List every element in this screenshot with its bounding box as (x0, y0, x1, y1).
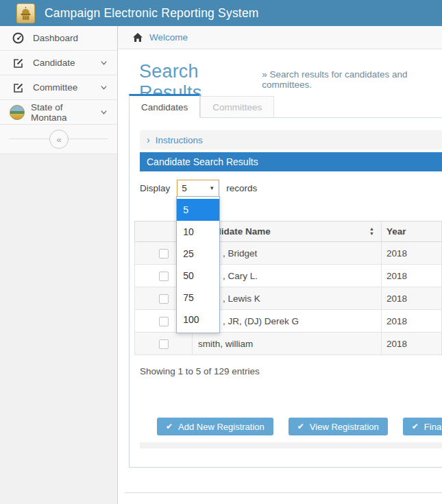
dropdown-option-100[interactable]: 100 (177, 309, 219, 331)
button-label: Add New Registration (178, 422, 265, 432)
breadcrumb-label: Welcome (149, 32, 188, 43)
records-select[interactable]: 5 ▼ (177, 180, 219, 197)
sidebar: Dashboard Candidate (0, 26, 118, 504)
sort-icon[interactable]: ▲ ▼ (369, 226, 374, 236)
main-content: Welcome Search Results » Search results … (118, 26, 442, 504)
button-label: Finance Reports (424, 422, 442, 432)
dropdown-option-5[interactable]: 5 (177, 199, 219, 221)
row-checkbox[interactable] (159, 249, 169, 259)
instructions-link[interactable]: Instructions (156, 135, 203, 145)
check-icon: ✔ (412, 422, 419, 431)
records-select-wrap: 5 ▼ 5 10 25 50 75 100 (177, 180, 219, 197)
tab-candidates[interactable]: Candidates (129, 94, 200, 118)
year-cell: 2018 (382, 310, 442, 333)
add-new-registration-button[interactable]: ✔ Add New Registration (157, 418, 273, 435)
gauge-icon (12, 32, 24, 44)
year-cell: 2018 (382, 287, 442, 310)
sort-down-arrow: ▼ (369, 231, 374, 236)
instructions-bar: › Instructions (140, 130, 442, 149)
home-icon (132, 32, 143, 43)
year-cell: 2018 (382, 333, 442, 355)
select-arrow-icon: ▼ (209, 185, 214, 191)
sidebar-item-label: Committee (33, 82, 100, 93)
chevron-down-icon (100, 59, 108, 67)
year-cell: 2018 (382, 265, 442, 287)
top-header-bar: Campaign Electronic Reporting System (0, 0, 442, 26)
capitol-dome-icon (19, 6, 32, 21)
sidebar-item-committee[interactable]: Committee (0, 75, 117, 100)
chevron-down-icon (100, 84, 108, 91)
display-records-control: Display 5 ▼ 5 10 25 50 75 100 reco (140, 180, 442, 197)
sidebar-item-candidate[interactable]: Candidate (0, 51, 117, 75)
app-window: Campaign Electronic Reporting System Das… (0, 0, 442, 504)
year-column-header[interactable]: Year (382, 221, 442, 242)
candidate-name-cell: , Cary L. (193, 265, 382, 287)
row-checkbox[interactable] (159, 339, 169, 349)
sidebar-item-label: Candidate (33, 58, 100, 68)
candidate-name-column-header[interactable]: Candidate Name ▲ ▼ (193, 221, 382, 242)
panel-footer-strip (140, 442, 442, 448)
finance-reports-button[interactable]: ✔ Finance Reports (403, 418, 442, 435)
candidate-name-cell: , Bridget (193, 242, 382, 265)
chevron-right-icon: › (147, 134, 150, 145)
dropdown-option-75[interactable]: 75 (177, 287, 219, 309)
capitol-logo-icon (16, 3, 35, 23)
table-row: smith, william 2018 (135, 333, 442, 355)
sidebar-item-state-of-montana[interactable]: State of Montana (0, 100, 117, 125)
chevron-down-icon (100, 108, 108, 116)
page-head: Search Results » Search results for cand… (118, 49, 442, 94)
edit-icon (12, 57, 24, 69)
montana-seal-icon (10, 105, 25, 120)
candidate-name-cell: smith, william (193, 333, 382, 355)
records-label: records (226, 183, 257, 193)
sidebar-collapse-row: « (0, 125, 117, 154)
display-label: Display (140, 183, 170, 193)
row-checkbox[interactable] (159, 294, 169, 304)
records-select-value: 5 (182, 183, 187, 193)
candidate-name-cell: , JR, (DJ) Derek G (193, 310, 382, 333)
candidate-name-cell: , Lewis K (193, 287, 382, 310)
candidates-tab-pane: › Instructions Candidate Search Results … (129, 118, 442, 468)
sidebar-item-label: Dashboard (33, 33, 108, 43)
edit-icon (12, 82, 24, 93)
button-label: View Registration (310, 422, 379, 432)
check-icon: ✔ (297, 422, 304, 431)
dropdown-option-25[interactable]: 25 (177, 243, 219, 265)
dropdown-option-50[interactable]: 50 (177, 265, 219, 287)
breadcrumb: Welcome (118, 26, 442, 49)
footer-divider (125, 492, 442, 493)
records-dropdown: 5 10 25 50 75 100 (176, 196, 220, 333)
row-checkbox[interactable] (159, 272, 169, 281)
table-summary: Showing 1 to 5 of 129 entries (140, 366, 442, 376)
check-icon: ✔ (166, 422, 173, 431)
sidebar-menu: Dashboard Candidate (0, 26, 117, 154)
app-title: Campaign Electronic Reporting System (45, 6, 259, 21)
breadcrumb-welcome-link[interactable]: Welcome (132, 32, 188, 43)
sidebar-item-label: State of Montana (31, 102, 100, 123)
dropdown-option-10[interactable]: 10 (177, 221, 219, 243)
sidebar-collapse-button[interactable]: « (49, 130, 69, 149)
sort-up-arrow: ▲ (369, 226, 374, 231)
tab-bar: Candidates Committees (129, 94, 442, 118)
sidebar-item-dashboard[interactable]: Dashboard (0, 26, 117, 51)
view-registration-button[interactable]: ✔ View Registration (288, 418, 388, 435)
action-buttons-row: ✔ Add New Registration ✔ View Registrati… (157, 418, 442, 435)
tab-committees[interactable]: Committees (200, 96, 274, 117)
row-checkbox[interactable] (159, 317, 169, 326)
candidate-search-results-header: Candidate Search Results (140, 152, 442, 171)
page-subtitle: » Search results for candidates and comm… (262, 69, 442, 90)
year-cell: 2018 (382, 242, 442, 265)
